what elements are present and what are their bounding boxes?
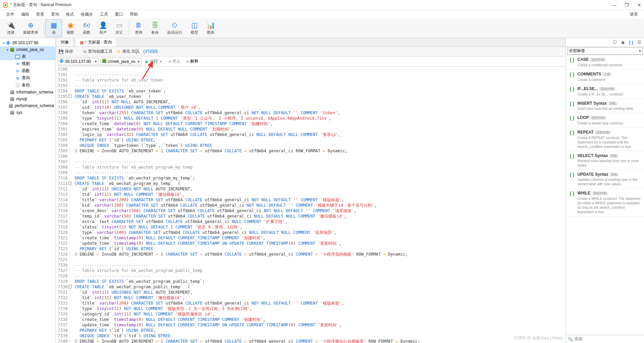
table-icon: ▦ (50, 21, 58, 29)
ribbon-view[interactable]: ◉视图 (62, 19, 79, 37)
menu-help[interactable]: 帮助 (126, 11, 141, 18)
login-link[interactable]: 登录 (626, 11, 641, 18)
tree-item[interactable]: ▾39.103.137.90 (0, 39, 55, 46)
menu-file[interactable]: 文件 (3, 11, 18, 18)
connection-tree[interactable]: ▾39.103.137.90▾crmeb_java_os表👁视图fx函数🗎查询🕓… (0, 38, 56, 343)
save-icon: 💾 (58, 49, 64, 54)
ribbon-query[interactable]: 🗎查询 (130, 19, 147, 37)
snippet-description: Create a conditional construct (577, 63, 641, 67)
tree-node-label: 函数 (22, 68, 30, 74)
tree-item[interactable]: information_schema (0, 89, 55, 96)
snippet-title: INSERT SyntaxDML (577, 101, 641, 106)
menu-tools[interactable]: 工具 (97, 11, 111, 18)
sql-editor[interactable]: 729072917292729372947295−729672977298729… (56, 67, 565, 343)
snippet-filter-selector[interactable]: 全部标签 (567, 47, 643, 55)
snippet-view-icon[interactable]: ( ) (628, 40, 634, 45)
tree-node-icon (9, 103, 13, 108)
run-bar: 39.103.137.90 crmeb_java_os ▶运行▼ ■停止 e解释 (56, 56, 565, 67)
fold-end-icon: − (68, 252, 72, 256)
tree-item[interactable]: sys (0, 109, 55, 116)
database-selector[interactable]: crmeb_java_os (101, 58, 141, 65)
tree-node-label: 视图 (22, 61, 30, 67)
ribbon-function[interactable]: f(x)函数 (79, 19, 95, 37)
info-view-icon[interactable]: ⓘ (612, 40, 617, 45)
menu-view[interactable]: 查看 (33, 11, 48, 18)
stop-button[interactable]: ■停止 (167, 58, 182, 65)
chevron-down-icon: ▼ (159, 60, 162, 63)
ribbon-chart[interactable]: 📊图表 (203, 19, 219, 37)
ribbon-other[interactable]: ▭其它 (111, 19, 127, 37)
tab-objects[interactable]: 对象 (56, 38, 74, 47)
eye-view-icon[interactable]: ◉ (620, 40, 626, 45)
menu-window[interactable]: 窗口 (111, 11, 126, 18)
snippet-tag: 注释 (602, 72, 612, 76)
code-content[interactable]: -- ------------------------------ Table … (70, 67, 420, 343)
snippet-icon: ( ) (569, 101, 575, 108)
snippet-description: Create a comment (577, 78, 641, 82)
tree-item[interactable]: ▾crmeb_java_os (0, 46, 55, 53)
tree-node-icon (10, 47, 15, 52)
close-button[interactable]: ✕ (637, 2, 641, 8)
snippet-item[interactable]: ( ) REPEAT流程控制 Create A REPEAT construct… (566, 128, 644, 151)
tree-item[interactable]: fx函数 (0, 67, 55, 74)
tree-item[interactable]: performance_schema (0, 102, 55, 109)
list-view-icon[interactable]: ☰ (637, 40, 642, 45)
snippet-title: IF...ELSE...流程控制 (577, 86, 641, 91)
snippet-search[interactable]: 🔍 搜索 (566, 335, 644, 343)
snippet-item[interactable]: ( ) UPDATE SyntaxDML Updates columns of … (566, 170, 644, 189)
snippet-item[interactable]: ( ) WHILE流程控制 Create a WHILE construct. … (566, 189, 644, 217)
tree-node-label: mysql (16, 97, 27, 101)
tree-item[interactable]: 表 (0, 53, 55, 60)
run-button[interactable]: ▶运行▼ (143, 58, 164, 65)
beautify-sql-button[interactable]: ✨美化 SQL (116, 49, 140, 54)
snippet-item[interactable]: ( ) SELECT SyntaxDML Retrieve rows selec… (566, 151, 644, 170)
query-builder-button[interactable]: ⊞查询创建工具 (83, 49, 112, 54)
new-query-icon: ⊕ (27, 21, 35, 29)
code-snippet-button[interactable]: ()代码段 (143, 49, 158, 54)
fold-marker-icon[interactable]: − (68, 285, 72, 288)
minimize-button[interactable]: — (612, 2, 616, 8)
tree-item[interactable]: 👁视图 (0, 60, 55, 67)
ribbon-model[interactable]: ◫模型 (186, 19, 203, 37)
tree-node-label: information_schema (16, 90, 53, 95)
snippet-item[interactable]: ( ) CASE流程控制 Create a conditional constr… (566, 55, 644, 70)
expand-icon[interactable]: ▾ (5, 48, 10, 52)
snippet-item[interactable]: ( ) IF...ELSE...流程控制 Create a IF...ELSE.… (566, 84, 644, 99)
menu-format[interactable]: 格式 (63, 11, 77, 18)
snippet-description: Create a IF...ELSE... construct (577, 92, 641, 97)
explain-button[interactable]: e解释 (185, 58, 201, 65)
chart-icon: 📊 (207, 21, 215, 29)
snippet-icon: ( ) (569, 172, 575, 179)
editor-toolbar: 💾保存 ⊞查询创建工具 ✨美化 SQL ()代码段 (56, 47, 565, 56)
snippet-item[interactable]: ( ) COMMENTS注释 Create a comment (566, 70, 644, 84)
ribbon-autorun[interactable]: ⏲自动运行 (163, 19, 186, 37)
ribbon-user[interactable]: 👤用户 (95, 19, 111, 37)
snippet-tag: 流程控制 (590, 116, 606, 120)
fold-end-icon: − (68, 149, 72, 152)
tab-query-untitled[interactable]: ▦ * 无标题 - 查询 (75, 38, 117, 47)
explain-icon: e (187, 59, 189, 64)
ribbon-table[interactable]: ▦表 (45, 19, 62, 37)
expand-icon[interactable]: ▾ (1, 41, 5, 45)
fold-marker-icon[interactable]: − (68, 95, 72, 98)
snippet-title: SELECT SyntaxDML (577, 153, 641, 158)
ribbon-new-query[interactable]: ⊕新建查询 (19, 19, 42, 37)
snippet-list[interactable]: ( ) CASE流程控制 Create a conditional constr… (566, 55, 644, 335)
tree-node-label: sys (16, 110, 22, 115)
tree-item[interactable]: 🕓备份 (0, 82, 55, 89)
menu-favorites[interactable]: 收藏夹 (77, 11, 97, 18)
snippet-tag: 流程控制 (592, 191, 608, 195)
tree-item[interactable]: 🗎查询 (0, 74, 55, 82)
menu-query[interactable]: 查询 (48, 11, 63, 18)
server-selector[interactable]: 39.103.137.90 (58, 58, 99, 65)
snippet-item[interactable]: ( ) INSERT SyntaxDML Insert new rows int… (566, 99, 644, 113)
tree-item[interactable]: mysql (0, 96, 55, 102)
ribbon-backup[interactable]: 🗄备份 (147, 19, 163, 37)
menu-edit[interactable]: 编辑 (18, 11, 33, 18)
separator (43, 21, 44, 35)
ribbon-connection[interactable]: 🔌连接 (3, 19, 19, 37)
maximize-button[interactable]: ❐ (625, 2, 629, 8)
save-button[interactable]: 💾保存 (58, 49, 73, 54)
fold-marker-icon[interactable]: − (68, 182, 72, 185)
snippet-item[interactable]: ( ) LOOP流程控制 Create a simple loop constr… (566, 113, 644, 128)
